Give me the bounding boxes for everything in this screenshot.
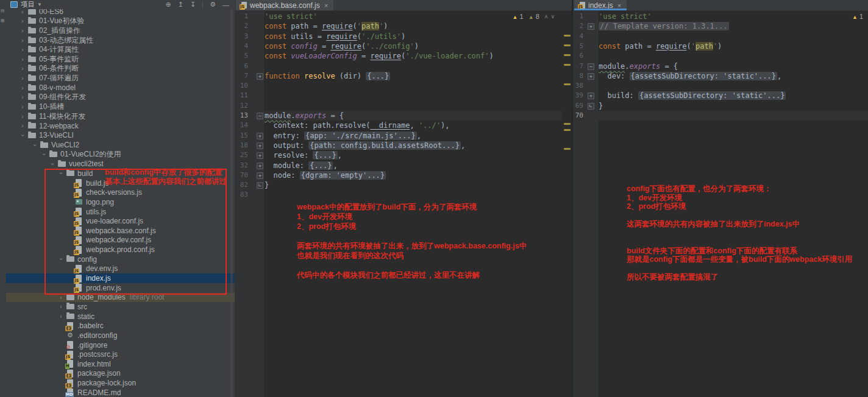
inspections-widget[interactable]: ▲ 1 (852, 13, 868, 20)
fold-expand-icon[interactable]: + (257, 73, 263, 80)
chevron-expanded-icon[interactable]: › (41, 150, 48, 159)
folded-code-placeholder[interactable]: // Template version: 1.3.1... (599, 22, 729, 30)
tab-webpack-base-conf-js[interactable]: JS webpack.base.conf.js × (236, 0, 333, 10)
tab-close-icon[interactable]: × (617, 2, 621, 9)
tree-item-README.md[interactable]: MDREADME.md (6, 388, 235, 397)
tree-item-logo.png[interactable]: logo.png (6, 197, 235, 207)
warning-stripe-mark[interactable] (564, 123, 571, 125)
tree-item-vue-loader.conf.js[interactable]: JSvue-loader.conf.js (6, 216, 235, 226)
expand-all-icon[interactable]: ↥ (178, 1, 183, 9)
tree-item-webpack.base.conf.js[interactable]: JSwebpack.base.conf.js (6, 226, 235, 236)
fold-end-icon[interactable]: ∟ (588, 103, 594, 110)
warning-stripe-mark[interactable] (564, 54, 571, 56)
folded-code-placeholder[interactable]: {...} (366, 72, 390, 80)
tree-item-index.js[interactable]: JSindex.js (6, 273, 235, 283)
tree-item-.editorconfig[interactable]: ⚙.editorconfig (6, 331, 235, 340)
settings-gear-icon[interactable]: ⚙ (210, 1, 216, 9)
fold-expand-icon[interactable]: + (257, 163, 263, 169)
tab-close-icon[interactable]: × (324, 2, 328, 9)
tree-item-05-事件监听[interactable]: ›05-事件监听 (6, 55, 235, 65)
tree-item-package.json[interactable]: {}package.json (6, 369, 235, 379)
tree-item-08-v-model[interactable]: ›08-v-model (6, 83, 235, 93)
tree-item-04-计算属性[interactable]: ›04-计算属性 (6, 45, 235, 55)
tree-item-index.html[interactable]: Hindex.html (6, 359, 235, 369)
chevron-collapsed-icon[interactable]: › (18, 65, 27, 72)
tree-item-src[interactable]: ›src (6, 302, 235, 312)
chevron-expanded-icon[interactable]: › (49, 160, 56, 168)
fold-expand-icon[interactable]: + (257, 133, 263, 139)
tool-window-icon-2[interactable]: ▦ (1, 18, 5, 23)
warning-stripe-mark[interactable] (564, 83, 571, 85)
warning-stripe-mark[interactable] (564, 148, 571, 150)
project-panel-title[interactable]: 项目 (21, 0, 35, 9)
chevron-collapsed-icon[interactable]: › (18, 27, 27, 34)
chevron-collapsed-icon[interactable]: › (18, 75, 27, 82)
tool-window-icon-1[interactable]: ▤ (1, 9, 5, 13)
tree-item-check-versions.js[interactable]: JScheck-versions.js (6, 188, 235, 197)
tree-item-vuecli2test[interactable]: ›vuecli2test (6, 160, 235, 169)
tree-item-static[interactable]: ›static (6, 312, 235, 321)
warning-stripe-mark[interactable] (564, 129, 571, 131)
fold-expand-icon[interactable]: + (257, 152, 263, 159)
chevron-expanded-icon[interactable]: › (32, 141, 38, 149)
tree-item-dev.env.js[interactable]: JSdev.env.js (6, 264, 235, 274)
tree-item-11-模块化开发[interactable]: ›11-模块化开发 (6, 111, 235, 121)
warning-count[interactable]: ▲ 8 (528, 13, 539, 20)
chevron-collapsed-icon[interactable]: › (18, 85, 27, 91)
tree-item-02_插值操作[interactable]: ›02_插值操作 (6, 26, 235, 36)
warning-count[interactable]: ▲ 1 (852, 13, 863, 20)
tree-item-06-条件判断[interactable]: ›06-条件判断 (6, 64, 235, 74)
fold-collapse-icon[interactable]: − (588, 63, 594, 70)
chevron-collapsed-icon[interactable]: › (18, 56, 27, 63)
chevron-collapsed-icon[interactable]: › (18, 18, 27, 24)
inspections-widget[interactable]: ▲ 1▲ 8∧∨ (513, 13, 557, 20)
chevron-expanded-icon[interactable]: › (58, 169, 65, 178)
chevron-collapsed-icon[interactable]: › (18, 9, 27, 15)
chevron-collapsed-icon[interactable]: › (18, 94, 27, 100)
tab-index-js[interactable]: JS index.js × (574, 0, 627, 10)
tree-item-09-组件化开发[interactable]: ›09-组件化开发 (6, 93, 235, 102)
locate-icon[interactable]: ⊕ (165, 1, 171, 9)
tree-item-07-循环遍历[interactable]: ›07-循环遍历 (6, 74, 235, 83)
chevron-down-icon[interactable]: ▼ (37, 2, 42, 7)
tree-item-10-插槽[interactable]: ›10-插槽 (6, 102, 235, 112)
folded-code-placeholder[interactable]: {...} (308, 161, 333, 170)
tree-item-01-Vue初体验[interactable]: ›01-Vue初体验 (6, 16, 235, 26)
tree-item-01-VueCLI2的使用[interactable]: ›01-VueCLI2的使用 (6, 150, 235, 160)
chevron-collapsed-icon[interactable]: › (57, 294, 65, 301)
chevron-collapsed-icon[interactable]: › (18, 113, 27, 120)
tree-item-node_modules[interactable]: ›node_moduleslibrary root (6, 293, 235, 303)
chevron-collapsed-icon[interactable]: › (57, 303, 65, 310)
tree-item-12-webpack[interactable]: ›12-webpack (6, 121, 235, 131)
tree-item-utils.js[interactable]: JSutils.js (6, 207, 235, 217)
folded-code-placeholder[interactable]: {path: config.build.assetsRoot...} (308, 141, 461, 150)
warning-count[interactable]: ▲ 1 (513, 13, 524, 20)
chevron-collapsed-icon[interactable]: › (57, 313, 65, 320)
chevron-expanded-icon[interactable]: › (58, 255, 65, 264)
tree-item-.postcssrc.js[interactable]: JS.postcssrc.js (6, 350, 235, 359)
tree-item-03-动态绑定属性[interactable]: ›03-动态绑定属性 (6, 35, 235, 45)
folded-code-placeholder[interactable]: {assetsSubDirectory: 'static'...} (630, 72, 777, 80)
fold-expand-icon[interactable]: + (588, 23, 594, 30)
fold-expand-icon[interactable]: + (257, 172, 263, 179)
hide-panel-icon[interactable]: — (222, 1, 229, 9)
tree-item-config[interactable]: ›config (6, 255, 235, 264)
folded-code-placeholder[interactable]: {dgram: 'empty'...} (300, 171, 386, 180)
tree-scrollbar[interactable] (230, 0, 233, 397)
collapse-all-icon[interactable]: ↧ (190, 1, 196, 9)
chevron-collapsed-icon[interactable]: › (18, 104, 27, 110)
tree-item-VueCLI2[interactable]: ›VueCLI2 (6, 140, 235, 150)
warning-stripe-mark[interactable] (564, 44, 571, 46)
warning-stripe-mark[interactable] (564, 35, 571, 37)
chevron-collapsed-icon[interactable]: › (18, 122, 27, 129)
tree-item-prod.env.js[interactable]: JSprod.env.js (6, 283, 235, 293)
tree-item-.gitignore[interactable]: ⊘.gitignore (6, 340, 235, 350)
chevron-collapsed-icon[interactable]: › (18, 46, 27, 53)
fold-expand-icon[interactable]: + (588, 93, 594, 99)
folded-code-placeholder[interactable]: {assetsSubDirectory: 'static'...} (638, 91, 786, 100)
folded-code-placeholder[interactable]: {...} (313, 151, 337, 160)
chevron-expanded-icon[interactable]: › (20, 131, 26, 139)
tree-item-13-VueCLI[interactable]: ›13-VueCLI (6, 131, 235, 141)
fold-end-icon[interactable]: ∟ (257, 182, 263, 189)
tree-item-.babelrc[interactable]: {}.babelrc (6, 321, 235, 331)
